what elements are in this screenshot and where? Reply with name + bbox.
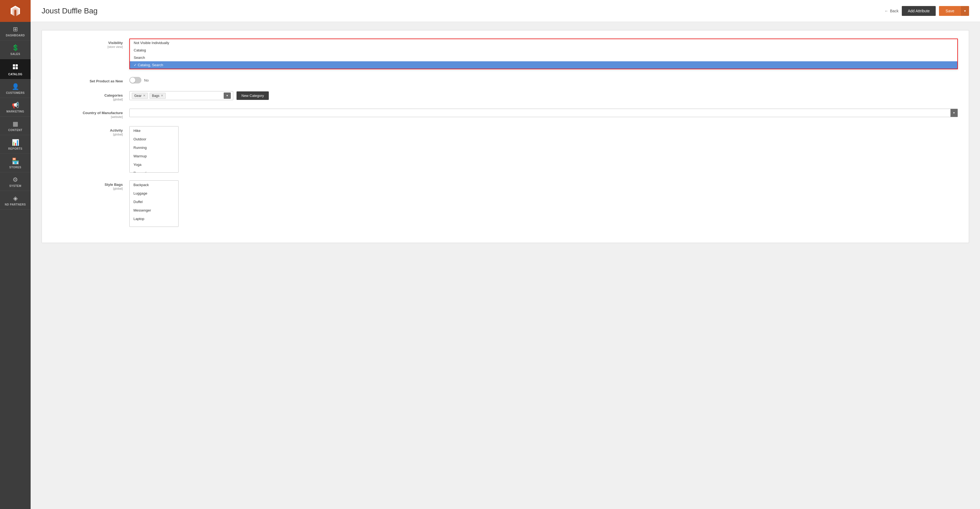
back-arrow-icon: ← [885,9,888,13]
save-dropdown-button[interactable]: ▾ [961,6,969,16]
activity-option-recreation[interactable]: Recreation [130,169,178,173]
categories-dropdown-button[interactable]: ▾ [224,93,231,99]
content-area: Visibility [store view] Not Visible Indi… [30,22,980,509]
categories-field: Gear ✕ Bags ✕ ▾ New Category [129,91,958,100]
toggle-knob [130,77,135,83]
set-product-new-label: Set Product as New [53,77,129,83]
svg-rect-2 [13,67,15,69]
save-button[interactable]: Save [939,6,961,16]
sidebar-item-content-label: CONTENT [8,129,22,132]
sidebar-item-catalog[interactable]: CATALOG [0,59,30,79]
sidebar-item-reports-label: REPORTS [8,147,22,150]
style-bags-option-duffel[interactable]: Duffel [130,198,178,206]
form-section: Visibility [store view] Not Visible Indi… [41,30,969,243]
tag-gear: Gear ✕ [132,93,148,99]
system-icon: ⚙ [13,177,18,183]
style-bags-option-messenger[interactable]: Messenger [130,206,178,215]
style-bags-option-laptop[interactable]: Laptop [130,215,178,223]
back-button[interactable]: ← Back [885,9,899,13]
country-manufacture-row: Country of Manufacture [website] ▾ [53,109,958,118]
catalog-icon [12,64,19,71]
sidebar-item-stores[interactable]: 🏪 STORES [0,154,30,172]
header-actions: ← Back Add Attribute Save ▾ [885,6,969,16]
sidebar-item-nd-partners[interactable]: ◈ ND PARTNERS [0,191,30,210]
sidebar-item-dashboard-label: DASHBOARD [6,34,25,37]
activity-option-hike[interactable]: Hike [130,126,178,135]
sidebar-item-sales-label: SALES [10,53,20,56]
activity-option-warmup[interactable]: Warmup [130,152,178,160]
tag-bags-text: Bags [152,94,159,98]
activity-row: Activity [global] Hike Outdoor Running W… [53,126,958,173]
sales-icon: 💲 [12,45,19,51]
sidebar-item-stores-label: STORES [9,166,21,169]
country-select-wrapper: ▾ [129,109,958,117]
visibility-dropdown[interactable]: Not Visible Individually Catalog Search … [129,38,958,69]
categories-tags-input[interactable]: Gear ✕ Bags ✕ ▾ [129,91,233,100]
tag-bags: Bags ✕ [150,93,166,99]
set-product-new-toggle[interactable] [129,77,142,83]
reports-icon: 📊 [12,140,19,145]
main-content: Joust Duffle Bag ← Back Add Attribute Sa… [30,0,980,509]
sidebar-item-system-label: SYSTEM [9,184,21,187]
toggle-group: No [129,77,958,83]
add-attribute-button[interactable]: Add Attribute [902,6,936,16]
style-bags-option-luggage[interactable]: Luggage [130,189,178,198]
visibility-option-not-visible[interactable]: Not Visible Individually [130,39,957,46]
tag-gear-text: Gear [134,94,142,98]
sidebar-item-marketing[interactable]: 📢 MARKETING [0,98,30,116]
sidebar-item-customers-label: CUSTOMERS [6,91,25,94]
visibility-field: Not Visible Individually Catalog Search … [129,38,958,69]
activity-option-outdoor[interactable]: Outdoor [130,135,178,144]
sidebar-item-nd-partners-label: ND PARTNERS [5,203,26,206]
visibility-row: Visibility [store view] Not Visible Indi… [53,38,958,69]
style-bags-option-backpack[interactable]: Backpack [130,180,178,189]
sidebar-item-dashboard[interactable]: ⊞ DASHBOARD [0,22,30,40]
svg-rect-3 [16,67,18,69]
visibility-option-catalog[interactable]: Catalog [130,46,957,54]
page-header: Joust Duffle Bag ← Back Add Attribute Sa… [30,0,980,22]
sidebar-item-content[interactable]: ▦ CONTENT [0,116,30,135]
activity-option-running[interactable]: Running [130,144,178,152]
activity-listbox[interactable]: Hike Outdoor Running Warmup Yoga Recreat… [129,126,178,173]
country-select[interactable] [130,109,950,117]
sidebar-item-reports[interactable]: 📊 REPORTS [0,135,30,154]
sidebar-item-customers[interactable]: 👤 CUSTOMERS [0,79,30,98]
activity-label: Activity [global] [53,126,129,136]
nd-partners-icon: ◈ [13,195,18,201]
set-product-new-field: No [129,77,958,83]
customers-icon: 👤 [12,84,19,90]
visibility-option-catalog-search[interactable]: Catalog, Search [130,61,957,69]
style-bags-listbox[interactable]: Backpack Luggage Duffel Messenger Laptop [129,180,178,227]
categories-input-group: Gear ✕ Bags ✕ ▾ New Category [129,91,958,100]
dashboard-icon: ⊞ [13,26,18,32]
country-manufacture-field: ▾ [129,109,958,117]
visibility-option-search[interactable]: Search [130,54,957,61]
activity-field: Hike Outdoor Running Warmup Yoga Recreat… [129,126,958,173]
sidebar: ⊞ DASHBOARD 💲 SALES CATALOG 👤 CUSTOMERS … [0,0,30,509]
toggle-value: No [144,78,149,82]
new-category-button[interactable]: New Category [237,91,269,100]
svg-rect-1 [16,64,18,67]
style-bags-field: Backpack Luggage Duffel Messenger Laptop [129,180,958,227]
style-bags-label: Style Bags [global] [53,180,129,190]
categories-row: Categories [global] Gear ✕ Bags ✕ [53,91,958,101]
sidebar-item-catalog-label: CATALOG [8,73,22,76]
tag-bags-close[interactable]: ✕ [161,94,163,97]
stores-icon: 🏪 [12,158,19,164]
set-product-new-row: Set Product as New No [53,77,958,83]
page-title: Joust Duffle Bag [41,6,98,15]
sidebar-item-sales[interactable]: 💲 SALES [0,40,30,59]
country-manufacture-label: Country of Manufacture [website] [53,109,129,118]
sidebar-item-system[interactable]: ⚙ SYSTEM [0,172,30,191]
select-arrow-icon[interactable]: ▾ [950,109,958,117]
save-button-group: Save ▾ [939,6,969,16]
content-icon: ▦ [13,121,18,127]
tag-gear-close[interactable]: ✕ [143,94,145,97]
marketing-icon: 📢 [12,102,19,109]
style-bags-row: Style Bags [global] Backpack Luggage Duf… [53,180,958,227]
sidebar-item-marketing-label: MARKETING [6,110,24,113]
categories-label: Categories [global] [53,91,129,101]
activity-option-yoga[interactable]: Yoga [130,160,178,169]
svg-rect-0 [13,64,15,67]
sidebar-logo [0,0,30,22]
